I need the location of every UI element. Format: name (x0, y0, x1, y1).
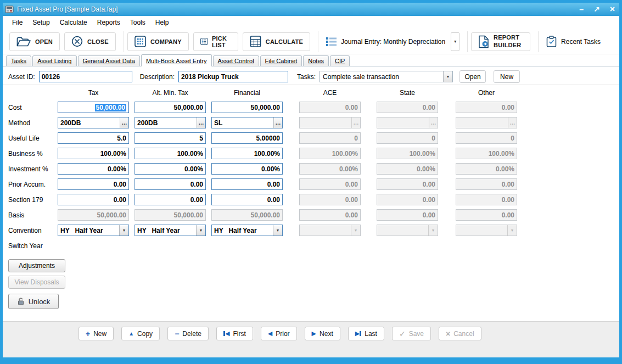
basis-financial-field: 50,000.00 (211, 209, 283, 221)
record-delete-button[interactable]: − Delete (167, 327, 209, 340)
cost-ace-field: 0.00 (299, 102, 361, 113)
menu-setup[interactable]: Setup (27, 17, 54, 28)
basis-state-field: 0.00 (377, 209, 438, 221)
save-check-icon: ✓ (399, 330, 406, 338)
useful-life-financial-field[interactable]: 5.00000 (211, 132, 283, 144)
tab-file-cabinet[interactable]: File Cabinet (260, 55, 302, 66)
calculate-button[interactable]: CALCULATE (243, 32, 310, 51)
convention-altmin-dropdown[interactable]: HY Half Year▼ (135, 225, 206, 236)
method-altmin-lookup-button[interactable]: … (197, 117, 205, 128)
method-financial-lookup-button[interactable]: … (273, 117, 282, 128)
record-prior-button[interactable]: ◀ Prior (261, 327, 297, 340)
recent-tasks-control[interactable]: Recent Tasks ▼ (542, 32, 622, 52)
investment-pct-altmin-field[interactable]: 0.00% (135, 163, 206, 175)
method-tax-field[interactable]: 200DB… (58, 117, 129, 128)
convention-financial-dropdown[interactable]: HY Half Year▼ (211, 225, 283, 236)
basis-row: Basis 50,000.00 50,000.00 50,000.00 0.00… (8, 209, 619, 221)
tab-cip[interactable]: CIP (330, 55, 350, 66)
open-folder-icon (16, 37, 31, 47)
menu-help[interactable]: Help (150, 17, 174, 28)
menu-file[interactable]: File (7, 17, 27, 28)
investment-pct-row: Investment % 0.00% 0.00% 0.00% 0.00% 0.0… (8, 163, 619, 175)
tasks-label: Tasks: (297, 73, 316, 81)
record-next-button[interactable]: ▶ Next (305, 327, 340, 340)
column-header-ace: ACE (299, 89, 361, 97)
row-label-switch-year: Switch Year (8, 242, 58, 250)
section-179-financial-field[interactable]: 0.00 (211, 194, 283, 205)
header-divider (3, 85, 619, 85)
tasks-dropdown[interactable]: Complete sale transaction ▼ (320, 71, 453, 82)
adjustments-button[interactable]: Adjustments (8, 259, 65, 272)
company-button[interactable]: COMPANY (127, 32, 189, 51)
minimize-icon[interactable]: – (579, 5, 584, 13)
cost-state-field: 0.00 (377, 102, 438, 113)
convention-tax-dropdown[interactable]: HY Half Year▼ (58, 225, 129, 236)
convention-financial-arrow-icon[interactable]: ▼ (273, 225, 282, 236)
convention-altmin-arrow-icon[interactable]: ▼ (196, 225, 205, 236)
cost-tax-field[interactable]: 50,000.00 (58, 102, 129, 113)
close-button[interactable]: CLOSE (64, 32, 116, 51)
menu-tools[interactable]: Tools (125, 17, 150, 28)
section-179-altmin-field[interactable]: 0.00 (135, 194, 206, 205)
record-new-button[interactable]: + New (79, 327, 114, 340)
useful-life-tax-field[interactable]: 5.0 (58, 132, 129, 144)
menu-calculate[interactable]: Calculate (55, 17, 92, 28)
tasks-dropdown-arrow-icon[interactable]: ▼ (443, 71, 452, 82)
task-new-button[interactable]: New (494, 70, 520, 83)
tab-notes[interactable]: Notes (303, 55, 329, 66)
open-button[interactable]: OPEN (9, 32, 60, 51)
convention-other-arrow-icon: ▼ (507, 225, 517, 236)
tab-asset-listing[interactable]: Asset Listing (32, 55, 76, 66)
unlock-icon (17, 298, 25, 305)
method-ace-lookup-button: … (351, 117, 360, 128)
record-save-button: ✓ Save (392, 327, 431, 340)
unlock-button[interactable]: Unlock (8, 294, 59, 309)
investment-pct-ace-field: 0.00% (299, 163, 361, 175)
prior-accum-financial-field[interactable]: 0.00 (211, 178, 283, 190)
record-copy-button[interactable]: ▲ Copy (121, 327, 160, 340)
business-pct-financial-field[interactable]: 100.00% (211, 148, 283, 159)
cost-altmin-field[interactable]: 50,000.00 (135, 102, 206, 113)
report-builder-label: REPORT BUILDER (494, 34, 523, 49)
tab-general-asset-data[interactable]: General Asset Data (78, 55, 140, 66)
convention-state-arrow-icon: ▼ (428, 225, 438, 236)
copy-icon: ▲ (128, 331, 134, 337)
section-179-tax-field[interactable]: 0.00 (58, 194, 129, 205)
tab-multi-book-asset-entry[interactable]: Multi-Book Asset Entry (141, 54, 212, 66)
method-financial-field[interactable]: SL… (211, 117, 283, 128)
business-pct-tax-field[interactable]: 100.00% (58, 148, 129, 159)
close-icon[interactable]: × (610, 5, 615, 14)
asset-id-field[interactable]: 00126 (39, 71, 132, 82)
useful-life-altmin-field[interactable]: 5 (135, 132, 206, 144)
prior-accum-ace-field: 0.00 (299, 178, 361, 190)
journal-entry-dropdown-arrow-icon[interactable]: ▼ (451, 32, 460, 51)
cost-financial-field[interactable]: 50,000.00 (211, 102, 283, 113)
tab-asset-control[interactable]: Asset Control (213, 55, 259, 66)
multi-book-asset-entry-panel: Asset ID: 00126 Description: 2018 Pickup… (3, 66, 619, 321)
method-altmin-field[interactable]: 200DB… (135, 117, 206, 128)
maximize-icon[interactable]: ↗ (593, 5, 600, 13)
prior-accum-altmin-field[interactable]: 0.00 (135, 178, 206, 190)
report-builder-icon (478, 35, 489, 48)
convention-tax-arrow-icon[interactable]: ▼ (119, 225, 128, 236)
investment-pct-tax-field[interactable]: 0.00% (58, 163, 129, 175)
business-pct-altmin-field[interactable]: 100.00% (135, 148, 206, 159)
method-tax-lookup-button[interactable]: … (120, 117, 128, 128)
main-toolbar: OPEN CLOSE COMPANY (3, 29, 619, 54)
useful-life-state-field: 0 (377, 132, 438, 144)
menu-reports[interactable]: Reports (92, 17, 125, 28)
close-button-label: CLOSE (87, 38, 109, 45)
journal-entry-control[interactable]: Journal Entry: Monthly Depreciation ▼ (322, 32, 464, 52)
record-first-button[interactable]: ◀ First (216, 327, 253, 340)
record-last-button[interactable]: ▶ Last (348, 327, 384, 340)
description-field[interactable]: 2018 Pickup Truck (178, 71, 288, 82)
prior-accum-tax-field[interactable]: 0.00 (58, 178, 129, 190)
method-state-field: … (377, 117, 438, 128)
section-179-ace-field: 0.00 (299, 194, 361, 205)
tab-tasks[interactable]: Tasks (6, 55, 31, 66)
last-record-icon: ▶ (355, 331, 361, 337)
report-builder-button[interactable]: REPORT BUILDER (471, 32, 530, 51)
pick-list-button[interactable]: PICK LIST (193, 32, 238, 51)
task-open-button[interactable]: Open (460, 70, 486, 83)
investment-pct-financial-field[interactable]: 0.00% (211, 163, 283, 175)
